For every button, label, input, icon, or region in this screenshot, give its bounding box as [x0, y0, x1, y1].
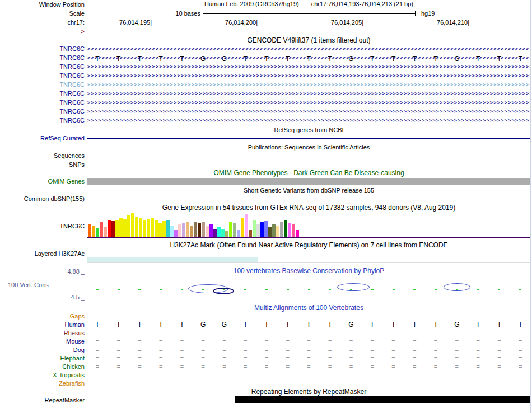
coordinate-row[interactable]: chr17: 76,014,195|76,014,200|76,014,205|… — [0, 18, 532, 26]
dbsnp-row[interactable]: Common dbSNP(155) — [0, 195, 532, 203]
repeat-element-bar[interactable] — [235, 396, 531, 403]
transcript-arrows[interactable]: >>>>>>>>>>>>>>>>>>>>>>>>>>>>>>>>>>>>>>>>… — [87, 54, 530, 61]
species-row[interactable]: HumanTTTTTGGTTTTTGTTTTGTTT — [0, 321, 532, 329]
transcript-label[interactable]: TNRC6C — [0, 63, 85, 71]
transcript-label[interactable]: TNRC6C — [0, 54, 85, 62]
species-label-gaps[interactable]: Gaps — [0, 312, 85, 321]
species-label-rhesus[interactable]: Rhesus — [0, 329, 85, 337]
gtex-bar[interactable] — [288, 223, 291, 237]
gtex-bar[interactable] — [194, 222, 197, 237]
gtex-bar[interactable] — [284, 220, 287, 237]
snps-label[interactable]: SNPs — [0, 161, 85, 168]
gtex-bar[interactable] — [104, 227, 107, 237]
transcript-row[interactable]: TNRC6C>>>>>>>>>>>>>>>>>>>>>>>>>>>>>>>>>>… — [0, 116, 532, 124]
sequences-label[interactable]: Sequences — [0, 152, 85, 159]
snps-row[interactable]: SNPs — [0, 161, 532, 168]
gtex-bar[interactable] — [178, 224, 181, 237]
gtex-bar[interactable] — [108, 220, 111, 237]
gtex-bar[interactable] — [260, 222, 264, 237]
species-row[interactable]: X_tropicalis===================== — [0, 371, 532, 379]
transcript-label[interactable]: TNRC6C — [0, 81, 85, 88]
transcript-arrows[interactable]: >>>>>>>>>>>>>>>>>>>>>>>>>>>>>>>>>>>>>>>>… — [87, 45, 530, 52]
species-row[interactable]: Zebrafish — [0, 379, 532, 388]
gtex-bar[interactable] — [88, 224, 91, 237]
gtex-bar[interactable] — [209, 224, 213, 237]
species-row[interactable]: Dog===================== — [0, 346, 532, 354]
gtex-bar[interactable] — [170, 226, 174, 237]
gtex-bar[interactable] — [166, 220, 170, 237]
gtex-bar[interactable] — [272, 224, 276, 237]
transcript-arrows[interactable]: >>>>>>>>>>>>>>>>>>>>>>>>>>>>>>>>>>>>>>>>… — [87, 72, 530, 79]
transcript-arrows[interactable]: >>>>>>>>>>>>>>>>>>>>>>>>>>>>>>>>>>>>>>>>… — [87, 108, 530, 115]
ruler-base-row[interactable]: ---> TTTTTGGTTTTTGTTTTGTTT — [0, 27, 532, 36]
gtex-bar[interactable] — [186, 222, 189, 237]
gtex-bar[interactable] — [162, 221, 166, 237]
gtex-bar[interactable] — [225, 231, 228, 237]
gtex-bar[interactable] — [276, 226, 279, 237]
transcript-row[interactable]: TNRC6C>>>>>>>>>>>>>>>>>>>>>>>>>>>>>>>>>>… — [0, 45, 532, 53]
gtex-bar[interactable] — [268, 227, 272, 237]
transcript-arrows[interactable]: >>>>>>>>>>>>>>>>>>>>>>>>>>>>>>>>>>>>>>>>… — [87, 117, 530, 124]
gtex-bar[interactable] — [237, 230, 240, 237]
gtex-bar[interactable] — [256, 224, 260, 237]
gtex-bar[interactable] — [213, 229, 217, 237]
refseq-curated-row[interactable]: RefSeq Curated — [0, 134, 532, 142]
gtex-bar[interactable] — [96, 228, 99, 237]
transcript-label[interactable]: TNRC6C — [0, 116, 85, 124]
gtex-bar[interactable] — [158, 223, 162, 237]
gtex-bar[interactable] — [292, 224, 295, 237]
gtex-bar[interactable] — [229, 222, 232, 237]
gtex-bar[interactable] — [111, 221, 115, 237]
transcript-row[interactable]: TNRC6C>>>>>>>>>>>>>>>>>>>>>>>>>>>>>>>>>>… — [0, 81, 532, 88]
gtex-bar[interactable] — [202, 222, 205, 237]
refseq-curated-label[interactable]: RefSeq Curated — [0, 134, 85, 142]
repeatmasker-label[interactable]: RepeatMasker — [0, 396, 85, 404]
transcript-row[interactable]: TNRC6C>>>>>>>>>>>>>>>>>>>>>>>>>>>>>>>>>>… — [0, 63, 532, 71]
gtex-bar[interactable] — [182, 223, 185, 237]
gtex-bar[interactable] — [139, 218, 142, 237]
species-row[interactable]: Gaps — [0, 312, 532, 321]
gtex-bar[interactable] — [253, 220, 256, 237]
species-label-dog[interactable]: Dog — [0, 346, 85, 354]
gtex-bar[interactable] — [206, 226, 209, 237]
gtex-gene-label[interactable]: TNRC6C — [0, 222, 85, 230]
gtex-bar[interactable] — [151, 218, 154, 237]
gtex-bar[interactable] — [135, 217, 138, 237]
species-row[interactable]: Rhesus===================== — [0, 329, 532, 337]
transcript-label[interactable]: TNRC6C — [0, 72, 85, 79]
omim-genes-row[interactable]: OMIM Genes — [0, 177, 532, 185]
transcript-row[interactable]: TNRC6C>>>>>>>>>>>>>>>>>>>>>>>>>>>>>>>>>>… — [0, 98, 532, 106]
gtex-bar[interactable] — [174, 230, 178, 237]
species-label-x_tropicalis[interactable]: X_tropicalis — [0, 371, 85, 379]
refseq-gene-line[interactable] — [87, 138, 531, 139]
transcript-label[interactable]: TNRC6C — [0, 98, 85, 106]
omim-gene-bar[interactable] — [87, 178, 531, 185]
species-row[interactable]: Mouse===================== — [0, 337, 532, 346]
transcript-label[interactable]: TNRC6C — [0, 107, 85, 115]
transcript-label[interactable]: TNRC6C — [0, 90, 85, 97]
gtex-bar[interactable] — [249, 230, 252, 237]
species-label-human[interactable]: Human — [0, 321, 85, 329]
transcript-arrows[interactable]: >>>>>>>>>>>>>>>>>>>>>>>>>>>>>>>>>>>>>>>>… — [87, 63, 530, 70]
species-label-elephant[interactable]: Elephant — [0, 354, 85, 363]
gtex-bar[interactable] — [92, 226, 95, 237]
gtex-bar[interactable] — [115, 220, 119, 237]
gtex-bar[interactable] — [190, 226, 193, 237]
transcript-arrows[interactable]: >>>>>>>>>>>>>>>>>>>>>>>>>>>>>>>>>>>>>>>>… — [87, 81, 530, 88]
species-label-chicken[interactable]: Chicken — [0, 363, 85, 371]
gtex-bar[interactable] — [280, 222, 283, 237]
repeatmasker-row[interactable]: RepeatMasker — [0, 396, 532, 404]
gtex-bar[interactable] — [198, 223, 201, 237]
gtex-bar[interactable] — [221, 229, 225, 237]
gtex-bar[interactable] — [217, 227, 221, 237]
gtex-bar[interactable] — [241, 218, 244, 237]
h3k27ac-track[interactable]: Layered H3K27Ac — [0, 250, 532, 266]
transcript-row[interactable]: TNRC6C>>>>>>>>>>>>>>>>>>>>>>>>>>>>>>>>>>… — [0, 107, 532, 115]
gtex-bar[interactable] — [264, 221, 268, 237]
dbsnp-label[interactable]: Common dbSNP(155) — [0, 195, 85, 203]
gtex-bar[interactable] — [100, 222, 103, 237]
species-label-mouse[interactable]: Mouse — [0, 337, 85, 346]
species-row[interactable]: Elephant===================== — [0, 354, 532, 363]
gtex-bar[interactable] — [123, 219, 127, 237]
gtex-bar[interactable] — [245, 214, 248, 237]
